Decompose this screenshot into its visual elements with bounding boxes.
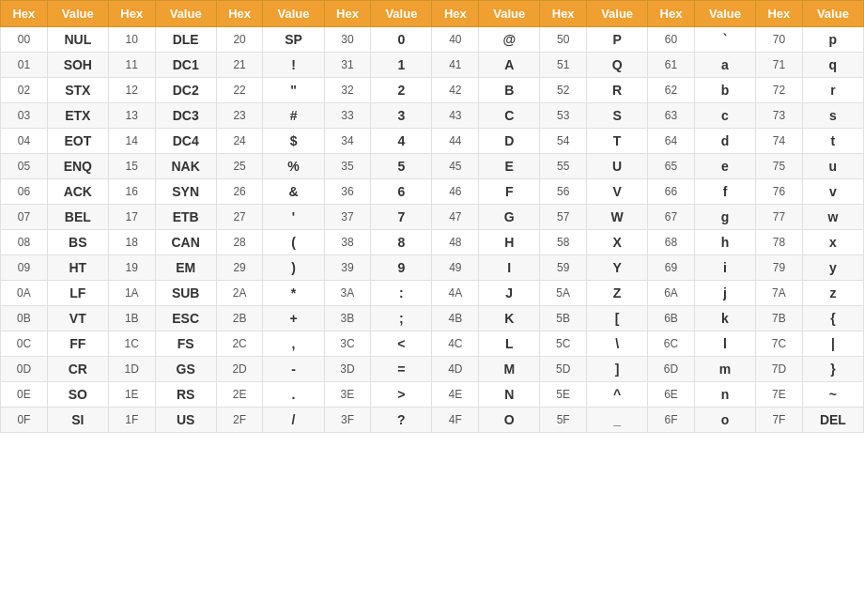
hex-cell: 31 xyxy=(324,53,371,78)
value-cell: SOH xyxy=(47,53,108,78)
value-cell: FF xyxy=(47,331,108,357)
value-cell: s xyxy=(802,103,863,129)
table-row: 03ETX13DC323#33343C53S63c73s xyxy=(1,103,864,129)
value-cell: N xyxy=(479,382,540,408)
hex-cell: 1E xyxy=(108,382,155,408)
hex-cell: 22 xyxy=(216,78,263,103)
value-cell: t xyxy=(802,129,863,154)
hex-cell: 4F xyxy=(432,408,479,433)
table-row: 09HT19EM29)39949I59Y69i79y xyxy=(1,255,864,281)
hex-cell: 3D xyxy=(324,357,371,382)
hex-cell: 1F xyxy=(108,408,155,433)
hex-cell: 33 xyxy=(324,103,371,129)
value-cell: LF xyxy=(47,281,108,306)
value-cell: $ xyxy=(263,129,324,154)
hex-cell: 15 xyxy=(108,154,155,179)
value-cell: : xyxy=(371,281,432,306)
value-cell: j xyxy=(694,281,755,306)
value-cell: ETX xyxy=(47,103,108,129)
hex-cell: 1B xyxy=(108,306,155,331)
hex-cell: 29 xyxy=(216,255,263,281)
value-cell: US xyxy=(155,408,216,433)
hex-cell: 0C xyxy=(1,331,48,357)
hex-cell: 4A xyxy=(432,281,479,306)
value-cell: HT xyxy=(47,255,108,281)
table-row: 0CFF1CFS2C,3C<4CL5C\6Cl7C| xyxy=(1,331,864,357)
hex-cell: 44 xyxy=(432,129,479,154)
value-cell: ENQ xyxy=(47,154,108,179)
hex-cell: 3A xyxy=(324,281,371,306)
table-row: 07BEL17ETB27'37747G57W67g77w xyxy=(1,205,864,230)
hex-header: Hex xyxy=(648,1,695,27)
value-header: Value xyxy=(694,1,755,27)
value-cell: 0 xyxy=(371,27,432,53)
hex-header: Hex xyxy=(108,1,155,27)
value-cell: DC3 xyxy=(155,103,216,129)
hex-cell: 5F xyxy=(540,408,587,433)
hex-cell: 71 xyxy=(756,53,803,78)
value-cell: x xyxy=(802,230,863,255)
table-row: 04EOT14DC424$34444D54T64d74t xyxy=(1,129,864,154)
hex-cell: 18 xyxy=(108,230,155,255)
value-cell: & xyxy=(263,179,324,205)
value-cell: y xyxy=(802,255,863,281)
table-row: 0ESO1ERS2E.3E>4EN5E^6En7E~ xyxy=(1,382,864,408)
value-cell: F xyxy=(479,179,540,205)
value-cell: DC1 xyxy=(155,53,216,78)
value-cell: - xyxy=(263,357,324,382)
hex-cell: 1D xyxy=(108,357,155,382)
value-cell: _ xyxy=(587,408,648,433)
table-row: 0BVT1BESC2B+3B;4BK5B[6Bk7B{ xyxy=(1,306,864,331)
value-header: Value xyxy=(479,1,540,27)
hex-cell: 2C xyxy=(216,331,263,357)
value-cell: SO xyxy=(47,382,108,408)
value-cell: ACK xyxy=(47,179,108,205)
hex-cell: 6B xyxy=(648,306,695,331)
value-cell: [ xyxy=(587,306,648,331)
hex-cell: 2B xyxy=(216,306,263,331)
value-cell: e xyxy=(694,154,755,179)
value-cell: n xyxy=(694,382,755,408)
value-cell: S xyxy=(587,103,648,129)
value-cell: VT xyxy=(47,306,108,331)
value-cell: < xyxy=(371,331,432,357)
hex-header: Hex xyxy=(1,1,48,27)
value-cell: } xyxy=(802,357,863,382)
value-header: Value xyxy=(47,1,108,27)
value-cell: DC4 xyxy=(155,129,216,154)
hex-cell: 05 xyxy=(1,154,48,179)
value-cell: DEL xyxy=(802,408,863,433)
hex-cell: 7C xyxy=(756,331,803,357)
value-cell: = xyxy=(371,357,432,382)
value-cell: 6 xyxy=(371,179,432,205)
hex-cell: 21 xyxy=(216,53,263,78)
hex-cell: 77 xyxy=(756,205,803,230)
value-cell: v xyxy=(802,179,863,205)
value-cell: w xyxy=(802,205,863,230)
hex-cell: 7F xyxy=(756,408,803,433)
value-cell: EM xyxy=(155,255,216,281)
value-cell: p xyxy=(802,27,863,53)
hex-cell: 69 xyxy=(648,255,695,281)
value-cell: c xyxy=(694,103,755,129)
table-row: 0FSI1FUS2F/3F?4FO5F_6Fo7FDEL xyxy=(1,408,864,433)
hex-cell: 20 xyxy=(216,27,263,53)
value-cell: V xyxy=(587,179,648,205)
value-cell: f xyxy=(694,179,755,205)
hex-cell: 41 xyxy=(432,53,479,78)
value-cell: B xyxy=(479,78,540,103)
value-cell: K xyxy=(479,306,540,331)
value-cell: i xyxy=(694,255,755,281)
value-cell: G xyxy=(479,205,540,230)
value-cell: ~ xyxy=(802,382,863,408)
value-cell: o xyxy=(694,408,755,433)
value-cell: + xyxy=(263,306,324,331)
hex-cell: 0E xyxy=(1,382,48,408)
hex-cell: 4C xyxy=(432,331,479,357)
hex-cell: 0D xyxy=(1,357,48,382)
value-cell: SUB xyxy=(155,281,216,306)
hex-cell: 76 xyxy=(756,179,803,205)
hex-cell: 5A xyxy=(540,281,587,306)
value-cell: 7 xyxy=(371,205,432,230)
hex-cell: 5B xyxy=(540,306,587,331)
